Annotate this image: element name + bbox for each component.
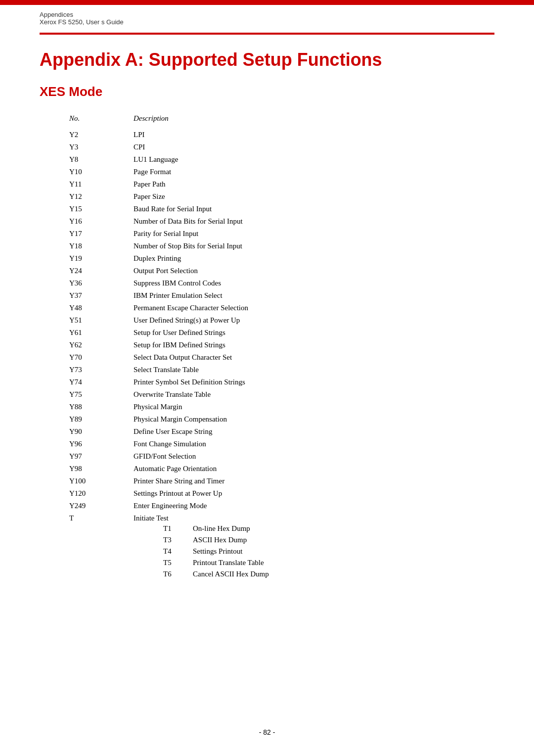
table-row: Y37IBM Printer Emulation Select <box>69 291 494 300</box>
breadcrumb-line1: Appendices <box>40 11 494 18</box>
row-number: Y62 <box>69 341 134 349</box>
row-description: User Defined String(s) at Power Up <box>134 316 494 325</box>
row-description: Physical Margin Compensation <box>134 415 494 424</box>
row-description: IBM Printer Emulation Select <box>134 291 494 300</box>
table-row: Y62Setup for IBM Defined Strings <box>69 341 494 349</box>
page-number: - 82 - <box>259 728 275 736</box>
section-title: XES Mode <box>40 84 494 99</box>
row-number: Y24 <box>69 267 134 275</box>
row-description: Initiate TestT1On-line Hex DumpT3ASCII H… <box>134 514 494 581</box>
table-container: No. Description Y2LPIY3CPIY8LU1 Language… <box>69 114 494 581</box>
sub-row-description: On-line Hex Dump <box>193 524 494 533</box>
table-row: Y15Baud Rate for Serial Input <box>69 205 494 213</box>
row-number: Y37 <box>69 291 134 300</box>
row-number: Y70 <box>69 353 134 362</box>
table-row: Y36Suppress IBM Control Codes <box>69 279 494 287</box>
table-row: Y73Select Translate Table <box>69 366 494 374</box>
sub-row: T5Printout Translate Table <box>163 559 494 567</box>
sub-row-description: Settings Printout <box>193 547 494 556</box>
table-rows: Y2LPIY3CPIY8LU1 LanguageY10Page FormatY1… <box>69 131 494 581</box>
table-row: Y249Enter Engineering Mode <box>69 502 494 510</box>
table-row: Y51User Defined String(s) at Power Up <box>69 316 494 325</box>
row-number: Y3 <box>69 143 134 151</box>
table-row: Y100Printer Share String and Timer <box>69 477 494 485</box>
sub-row-description: Printout Translate Table <box>193 559 494 567</box>
table-row: Y8LU1 Language <box>69 155 494 164</box>
table-row: Y75Overwrite Translate Table <box>69 390 494 399</box>
row-number: Y89 <box>69 415 134 424</box>
page: Appendices Xerox FS 5250, User s Guide A… <box>0 0 534 756</box>
sub-row: T4Settings Printout <box>163 547 494 556</box>
row-number: Y96 <box>69 440 134 448</box>
column-no-header: No. <box>69 114 134 123</box>
row-number: Y75 <box>69 390 134 399</box>
table-row: Y120Settings Printout at Power Up <box>69 489 494 498</box>
sub-row: T3ASCII Hex Dump <box>163 536 494 544</box>
table-row: Y96Font Change Simulation <box>69 440 494 448</box>
row-description: Automatic Page Orientation <box>134 465 494 473</box>
row-number: Y61 <box>69 329 134 337</box>
row-description: Paper Path <box>134 180 494 189</box>
row-number: Y12 <box>69 192 134 201</box>
table-row: Y90Define User Escape String <box>69 427 494 436</box>
sub-items-container: T1On-line Hex DumpT3ASCII Hex DumpT4Sett… <box>163 524 494 578</box>
table-row: Y16Number of Data Bits for Serial Input <box>69 217 494 226</box>
table-row: Y70Select Data Output Character Set <box>69 353 494 362</box>
row-description: Setup for IBM Defined Strings <box>134 341 494 349</box>
row-description: Page Format <box>134 168 494 176</box>
sub-row-number: T4 <box>163 547 193 556</box>
row-description: Number of Stop Bits for Serial Input <box>134 242 494 250</box>
row-number: Y36 <box>69 279 134 287</box>
row-description: LU1 Language <box>134 155 494 164</box>
row-description: Define User Escape String <box>134 427 494 436</box>
table-row: Y97GFID/Font Selection <box>69 452 494 461</box>
main-content: Appendix A: Supported Setup Functions XE… <box>0 35 534 615</box>
breadcrumb-line2: Xerox FS 5250, User s Guide <box>40 18 494 26</box>
table-row: Y88Physical Margin <box>69 403 494 411</box>
table-row: Y89Physical Margin Compensation <box>69 415 494 424</box>
row-description: Baud Rate for Serial Input <box>134 205 494 213</box>
table-row: Y11Paper Path <box>69 180 494 189</box>
row-number: Y88 <box>69 403 134 411</box>
row-description: Select Data Output Character Set <box>134 353 494 362</box>
table-row: Y2LPI <box>69 131 494 139</box>
top-bar-decoration <box>0 0 534 5</box>
table-row: Y17Parity for Serial Input <box>69 230 494 238</box>
row-number: Y98 <box>69 465 134 473</box>
page-title: Appendix A: Supported Setup Functions <box>40 49 494 70</box>
sub-row-number: T3 <box>163 536 193 544</box>
row-description: Suppress IBM Control Codes <box>134 279 494 287</box>
row-description: Output Port Selection <box>134 267 494 275</box>
row-description: Overwrite Translate Table <box>134 390 494 399</box>
row-number: Y18 <box>69 242 134 250</box>
sub-row-description: Cancel ASCII Hex Dump <box>193 570 494 578</box>
table-row: Y3CPI <box>69 143 494 151</box>
row-description: Physical Margin <box>134 403 494 411</box>
column-desc-header: Description <box>134 114 494 123</box>
row-number: Y19 <box>69 254 134 263</box>
row-number: Y249 <box>69 502 134 510</box>
table-row: Y24Output Port Selection <box>69 267 494 275</box>
row-number: Y48 <box>69 304 134 312</box>
table-row: Y18Number of Stop Bits for Serial Input <box>69 242 494 250</box>
sub-row-number: T6 <box>163 570 193 578</box>
header-section: Appendices Xerox FS 5250, User s Guide <box>0 5 534 30</box>
row-description: Duplex Printing <box>134 254 494 263</box>
sub-row-number: T1 <box>163 524 193 533</box>
row-number: Y10 <box>69 168 134 176</box>
row-description: Setup for User Defined Strings <box>134 329 494 337</box>
row-number: Y11 <box>69 180 134 189</box>
row-description: GFID/Font Selection <box>134 452 494 461</box>
row-number: Y2 <box>69 131 134 139</box>
row-description: Permanent Escape Character Selection <box>134 304 494 312</box>
row-number: Y90 <box>69 427 134 436</box>
row-description: Printer Symbol Set Definition Strings <box>134 378 494 386</box>
table-row: Y98Automatic Page Orientation <box>69 465 494 473</box>
row-description: Number of Data Bits for Serial Input <box>134 217 494 226</box>
row-number: Y15 <box>69 205 134 213</box>
row-number: Y73 <box>69 366 134 374</box>
row-description: Printer Share String and Timer <box>134 477 494 485</box>
table-header: No. Description <box>69 114 494 123</box>
row-number: Y74 <box>69 378 134 386</box>
sub-row-description: ASCII Hex Dump <box>193 536 494 544</box>
